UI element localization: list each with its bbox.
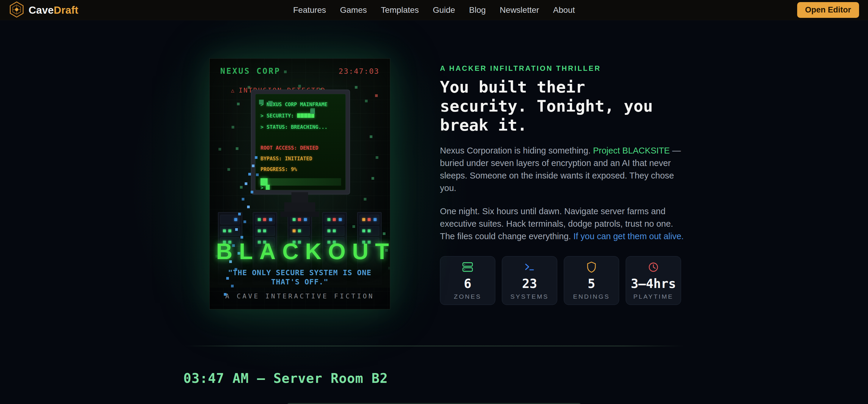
- monitor-stand: [284, 202, 315, 212]
- poster-clock: 23:47:03: [339, 67, 379, 75]
- stat-value: 6: [464, 277, 471, 291]
- terminal-icon: [524, 261, 535, 273]
- stat-value: 3–4hrs: [631, 277, 676, 291]
- scene-section: 03:47 AM — Server Room B2: [183, 371, 685, 386]
- poster-studio-credit: A CAVE INTERACTIVE FICTION: [210, 293, 390, 300]
- nav-link-blog[interactable]: Blog: [469, 5, 486, 15]
- stat-card-endings: 5 ENDINGS: [564, 256, 619, 305]
- brand-logo[interactable]: CaveDraft: [9, 1, 78, 19]
- nav-link-templates[interactable]: Templates: [381, 5, 419, 15]
- glitch-pixel: [310, 109, 315, 114]
- section-divider: [183, 346, 685, 346]
- hero-paragraph-2: One night. Six hours until dawn. Navigat…: [440, 205, 685, 242]
- game-poster: NEXUS CORP 23:47:03 △ INTRUSION DETECTED…: [209, 58, 390, 309]
- clock-icon: [647, 261, 659, 273]
- brand-name: CaveDraft: [29, 4, 78, 16]
- terminal-screen: > NEXUS CORP MAINFRAME > SECURITY: > STA…: [255, 94, 346, 190]
- top-nav: CaveDraft Features Games Templates Guide…: [0, 0, 868, 20]
- server-icon: [462, 261, 473, 273]
- monitor-stand: [280, 211, 319, 217]
- stat-card-zones: 6 ZONES: [440, 256, 495, 305]
- hero-eyebrow: A HACKER INFILTRATION THRILLER: [440, 64, 685, 73]
- nav-link-games[interactable]: Games: [340, 5, 367, 15]
- nav-link-features[interactable]: Features: [293, 5, 326, 15]
- terminal-line-progress: PROGRESS: 9%: [260, 166, 297, 172]
- poster-tagline-quote: "THE ONLY SECURE SYSTEM IS ONE THAT'S OF…: [214, 268, 386, 287]
- progress-bar-track: [268, 178, 341, 186]
- terminal-prompt: >: [260, 185, 270, 190]
- monitor-stand: [291, 192, 308, 203]
- stat-cards: 6 ZONES 23 SYSTEMS 5: [440, 256, 681, 305]
- progress-bar: [260, 178, 341, 186]
- terminal-line-root-access: ROOT ACCESS: DENIED: [260, 145, 318, 151]
- hexagon-logo-icon: [9, 1, 24, 19]
- stat-label: ZONES: [454, 293, 481, 300]
- open-editor-button[interactable]: Open Editor: [797, 2, 859, 18]
- hero-section: NEXUS CORP 23:47:03 △ INTRUSION DETECTED…: [183, 20, 685, 309]
- poster-game-title: BLACKOUT: [210, 238, 390, 264]
- terminal-monitor: > NEXUS CORP MAINFRAME > SECURITY: > STA…: [251, 90, 350, 195]
- stat-card-playtime: 3–4hrs PLAYTIME: [626, 256, 681, 305]
- stat-card-systems: 23 SYSTEMS: [502, 256, 557, 305]
- security-bar: [297, 113, 314, 118]
- glitch-pixel: [259, 100, 264, 104]
- stat-value: 23: [522, 277, 537, 291]
- stat-label: PLAYTIME: [633, 293, 673, 300]
- stat-label: SYSTEMS: [510, 293, 549, 300]
- terminal-line-status: > STATUS: BREACHING...: [260, 124, 328, 130]
- warning-triangle-icon: △: [231, 87, 235, 93]
- hero-title: You built their security. Tonight, you b…: [440, 78, 685, 135]
- poster-column: NEXUS CORP 23:47:03 △ INTRUSION DETECTED…: [183, 58, 416, 309]
- stat-value: 5: [588, 277, 595, 291]
- terminal-line-security: > SECURITY:: [260, 113, 314, 119]
- terminal-line-bypass: BYPASS: INITIATED: [260, 156, 312, 162]
- project-blacksite-highlight: Project BLACKSITE: [593, 146, 670, 155]
- nav-link-guide[interactable]: Guide: [433, 5, 455, 15]
- nav-link-about[interactable]: About: [553, 5, 575, 15]
- glitch-pixel: [268, 101, 273, 105]
- scene-heading: 03:47 AM — Server Room B2: [183, 371, 685, 386]
- poster-corp-name: NEXUS CORP: [220, 66, 281, 75]
- hero-paragraph-1: Nexus Corporation is hiding something. P…: [440, 144, 685, 194]
- data-rain-decoration: [210, 59, 212, 61]
- shield-icon: [586, 261, 597, 273]
- nav-links: Features Games Templates Guide Blog News…: [293, 5, 575, 15]
- stat-label: ENDINGS: [573, 293, 610, 300]
- nav-link-newsletter[interactable]: Newsletter: [500, 5, 539, 15]
- terminal-cursor: [266, 185, 270, 190]
- hero-copy: A HACKER INFILTRATION THRILLER You built…: [440, 58, 685, 305]
- alive-highlight: If you can get them out alive.: [573, 231, 684, 241]
